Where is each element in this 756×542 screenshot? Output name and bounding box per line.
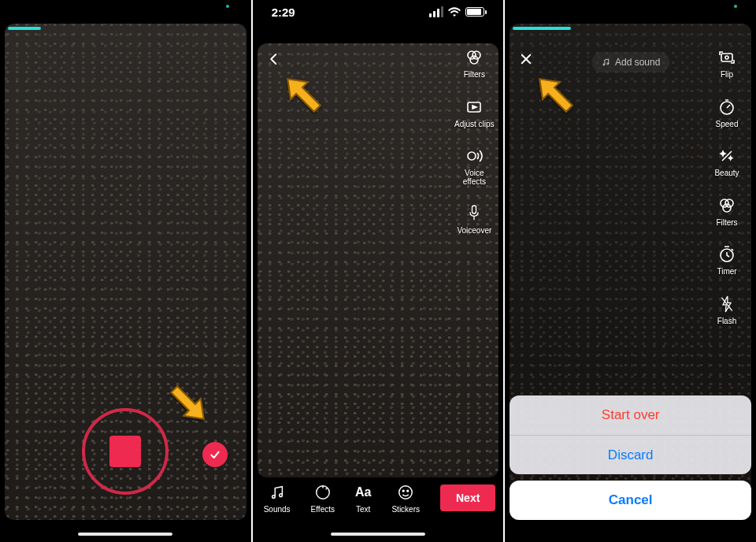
bottom-label: Stickers xyxy=(391,505,420,514)
home-indicator[interactable] xyxy=(78,533,172,536)
tool-label: Beauty xyxy=(714,169,739,178)
panel-recording xyxy=(0,0,251,542)
svg-point-22 xyxy=(725,199,733,207)
bottom-label: Text xyxy=(356,505,370,514)
home-indicator[interactable] xyxy=(584,533,678,536)
edit-side-tools: Filters Adjust clips Voice effects Voice… xyxy=(453,47,495,236)
action-sheet-cancel: Cancel xyxy=(510,481,751,520)
check-icon xyxy=(209,448,221,461)
start-over-button[interactable]: Start over xyxy=(510,395,751,435)
svg-point-5 xyxy=(468,152,476,160)
tool-label: Voice effects xyxy=(463,169,486,186)
wifi-icon xyxy=(448,7,461,17)
notification-dot xyxy=(226,5,229,8)
effects-icon xyxy=(314,484,332,501)
action-sheet-options: Start over Discard xyxy=(510,395,751,474)
tool-filters[interactable]: Filters xyxy=(453,47,495,80)
tool-label: Flip xyxy=(721,71,733,80)
svg-rect-18 xyxy=(721,54,732,61)
filters-icon xyxy=(717,196,736,215)
cancel-button[interactable]: Cancel xyxy=(510,481,751,520)
tool-timer[interactable]: Timer xyxy=(706,244,748,277)
music-icon xyxy=(601,58,610,67)
timer-icon xyxy=(717,245,736,264)
status-time: 2:29 xyxy=(272,6,295,19)
svg-point-16 xyxy=(602,64,604,65)
svg-point-1 xyxy=(472,51,480,59)
svg-point-2 xyxy=(470,56,478,64)
bottom-sounds[interactable]: Sounds xyxy=(264,483,291,514)
recording-progress xyxy=(8,27,41,30)
edit-bottom-bar: Sounds Effects Aa Text Stickers Next xyxy=(253,476,504,520)
tool-label: Adjust clips xyxy=(454,121,495,129)
stop-icon xyxy=(109,436,141,467)
svg-marker-4 xyxy=(472,106,476,109)
status-bar: 2:29 xyxy=(253,0,504,24)
signal-icon xyxy=(429,6,443,17)
svg-point-8 xyxy=(272,495,275,498)
close-icon xyxy=(519,52,533,66)
tool-flash[interactable]: Flash xyxy=(706,294,748,326)
stickers-icon xyxy=(397,484,414,501)
music-icon xyxy=(269,484,286,501)
speed-icon xyxy=(717,98,736,117)
svg-rect-6 xyxy=(472,206,476,213)
bottom-effects[interactable]: Effects xyxy=(311,483,335,514)
annotation-arrow xyxy=(161,377,217,432)
text-icon: Aa xyxy=(355,483,371,502)
panel-edit: 2:29 Filters Adjust clips Voice effec xyxy=(253,0,504,542)
bottom-label: Effects xyxy=(311,505,335,514)
svg-point-11 xyxy=(399,485,413,499)
recording-progress xyxy=(513,27,571,30)
battery-icon xyxy=(465,7,484,17)
tool-speed[interactable]: Speed xyxy=(706,97,748,129)
svg-point-13 xyxy=(407,490,409,492)
next-label: Next xyxy=(456,492,480,504)
svg-point-23 xyxy=(723,204,731,212)
adjust-clips-icon xyxy=(465,98,484,117)
voice-effects-icon xyxy=(465,147,484,165)
chevron-left-icon xyxy=(267,52,281,66)
flash-off-icon xyxy=(719,295,735,314)
tool-filters[interactable]: Filters xyxy=(706,195,748,228)
tool-label: Flash xyxy=(717,317,736,326)
camera-side-tools: Flip Speed Beauty Filters Timer Flash xyxy=(706,47,748,325)
panel-discard: Add sound Flip Speed Beauty Filters xyxy=(505,0,756,542)
tool-label: Timer xyxy=(717,268,736,277)
bottom-label: Sounds xyxy=(264,505,291,514)
beauty-icon xyxy=(717,147,736,165)
svg-point-9 xyxy=(279,493,282,496)
tool-voice-effects[interactable]: Voice effects xyxy=(453,146,495,186)
tool-adjust-clips[interactable]: Adjust clips xyxy=(453,97,495,129)
voiceover-icon xyxy=(466,204,482,223)
next-button[interactable]: Next xyxy=(440,484,495,511)
add-sound-button[interactable]: Add sound xyxy=(591,52,669,72)
confirm-button[interactable] xyxy=(202,442,228,467)
notification-dot xyxy=(734,5,737,8)
svg-point-19 xyxy=(725,56,728,59)
svg-point-17 xyxy=(606,63,608,65)
tool-label: Speed xyxy=(716,121,739,129)
add-sound-label: Add sound xyxy=(615,57,660,68)
annotation-arrow xyxy=(527,66,582,121)
discard-button[interactable]: Discard xyxy=(510,435,751,474)
tool-flip[interactable]: Flip xyxy=(706,47,748,80)
svg-point-12 xyxy=(403,490,405,492)
tool-voiceover[interactable]: Voiceover xyxy=(453,203,495,236)
stop-record-button[interactable] xyxy=(82,408,169,495)
filters-icon xyxy=(465,48,484,67)
annotation-arrow xyxy=(275,66,330,121)
flip-icon xyxy=(717,48,736,67)
action-sheet: Start over Discard Cancel xyxy=(510,395,751,520)
bottom-stickers[interactable]: Stickers xyxy=(391,483,420,514)
tool-label: Voiceover xyxy=(457,227,491,236)
tool-label: Filters xyxy=(716,219,737,228)
home-indicator[interactable] xyxy=(331,533,425,536)
bottom-text[interactable]: Aa Text xyxy=(355,483,371,514)
tool-beauty[interactable]: Beauty xyxy=(706,146,748,178)
tool-label: Filters xyxy=(464,71,485,80)
